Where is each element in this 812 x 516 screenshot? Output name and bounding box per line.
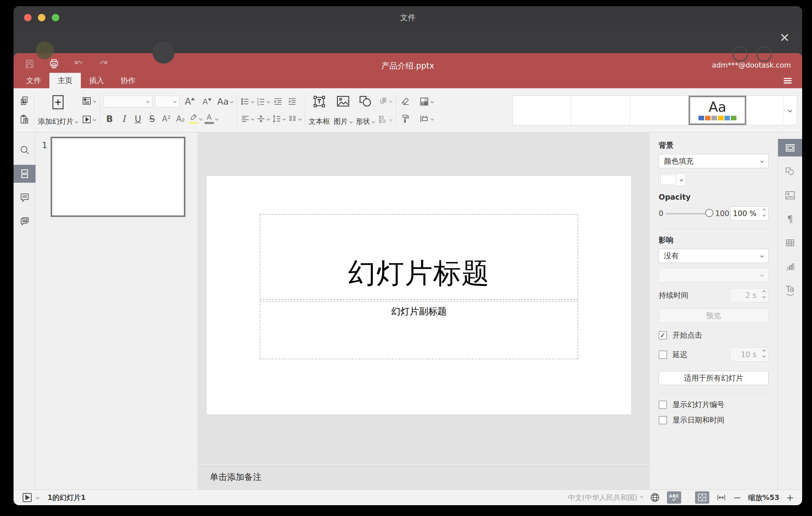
theme-option-selected[interactable]: Aa — [689, 96, 746, 125]
fit-to-slide-button[interactable] — [695, 491, 709, 504]
insert-image-button[interactable]: 图片 — [334, 94, 352, 126]
chat-button[interactable] — [13, 212, 35, 230]
font-size-combo[interactable] — [155, 96, 179, 107]
vertical-align-button[interactable] — [256, 112, 270, 125]
duration-spinner[interactable]: 2 s — [730, 288, 768, 303]
paragraph-settings-tab[interactable]: ¶ — [778, 210, 802, 228]
tab-collaboration[interactable]: 协作 — [112, 73, 144, 88]
effect-label: 影响 — [659, 235, 768, 245]
start-on-click-checkbox[interactable]: ✓ — [659, 331, 667, 340]
increase-indent-button[interactable] — [286, 95, 298, 108]
fit-to-width-button[interactable] — [716, 492, 727, 503]
add-slide-icon — [51, 95, 65, 110]
select-tool-button[interactable] — [400, 112, 411, 125]
slides-panel-button[interactable] — [13, 165, 35, 183]
strikethrough-button[interactable]: S — [146, 112, 158, 125]
add-slide-button[interactable]: 添加幻灯片 — [38, 94, 78, 126]
effect-select[interactable]: 没有 — [659, 249, 768, 263]
tab-insert[interactable]: 插入 — [81, 73, 112, 88]
notes-area[interactable]: 单击添加备注 — [198, 464, 649, 489]
slide-thumbnail[interactable] — [51, 137, 185, 217]
tab-home[interactable]: 主页 — [49, 73, 81, 88]
zoom-out-button[interactable]: − — [733, 493, 741, 503]
change-layout-button[interactable] — [82, 94, 96, 108]
image-settings-tab[interactable] — [778, 187, 802, 204]
background-color-picker[interactable] — [659, 173, 686, 186]
effect-type-select[interactable] — [659, 268, 768, 282]
minimize-window-light[interactable] — [38, 14, 45, 21]
redo-icon[interactable] — [98, 59, 109, 69]
font-color-bar — [205, 122, 214, 124]
opacity-spinner[interactable]: 100 % — [730, 206, 768, 221]
theme-option[interactable] — [571, 96, 630, 125]
bullets-button[interactable] — [241, 95, 254, 108]
opacity-slider-thumb[interactable] — [705, 209, 713, 217]
slideshow-options-chevron[interactable] — [36, 496, 39, 499]
underline-button[interactable]: U — [132, 112, 144, 125]
comments-button[interactable] — [13, 189, 35, 206]
undo-icon[interactable] — [74, 59, 84, 69]
line-spacing-button[interactable] — [272, 112, 285, 125]
start-slideshow-status-button[interactable] — [22, 492, 33, 503]
preview-button[interactable]: 预览 — [659, 309, 768, 323]
increase-font-button[interactable]: A — [182, 95, 194, 108]
insert-shape-button[interactable]: 形状 — [356, 94, 375, 126]
show-slide-number-checkbox[interactable] — [659, 401, 667, 409]
insert-textbox-button[interactable]: 文本框 — [309, 94, 330, 126]
close-window-light[interactable] — [24, 14, 31, 21]
numbering-button[interactable]: 123 — [256, 95, 270, 108]
zoom-in-button[interactable]: + — [786, 493, 794, 503]
opacity-row: 0 100 100 % — [659, 206, 768, 221]
show-date-time-checkbox[interactable] — [659, 416, 667, 424]
table-settings-tab[interactable] — [778, 234, 802, 252]
slide[interactable]: 幻灯片标题 幻灯片副标题 — [207, 176, 631, 414]
print-icon[interactable] — [49, 59, 59, 69]
delay-checkbox[interactable] — [659, 351, 667, 359]
spellcheck-button[interactable]: ABC — [667, 491, 681, 504]
shape-settings-tab[interactable] — [778, 163, 802, 180]
opacity-slider[interactable] — [666, 213, 712, 214]
tab-file[interactable]: 文件 — [18, 73, 49, 88]
font-color-button[interactable]: A — [205, 112, 218, 125]
zoom-window-light[interactable] — [52, 14, 59, 21]
italic-button[interactable]: I — [118, 112, 129, 125]
decrease-font-button[interactable]: A — [199, 95, 211, 108]
align-shape-button[interactable] — [378, 113, 392, 126]
subscript-button[interactable]: A₂ — [175, 112, 186, 125]
theme-gallery-expand-button[interactable] — [783, 96, 797, 125]
chart-settings-tab[interactable] — [778, 258, 802, 275]
background-fill-select[interactable]: 颜色填充 — [659, 154, 768, 168]
start-slideshow-button[interactable] — [82, 113, 96, 126]
clear-style-button[interactable] — [400, 95, 411, 108]
close-dialog-button[interactable]: ✕ — [779, 31, 790, 44]
shade-fill-button[interactable] — [419, 95, 433, 108]
decrease-indent-button[interactable] — [272, 95, 284, 108]
slide-size-button[interactable] — [419, 112, 433, 125]
columns-button[interactable] — [288, 112, 301, 125]
highlight-color-button[interactable] — [189, 112, 202, 125]
textart-settings-tab[interactable]: Ta — [778, 282, 802, 299]
paste-button[interactable] — [19, 113, 30, 126]
add-slide-label: 添加幻灯片 — [38, 117, 74, 126]
bold-button[interactable]: B — [104, 112, 115, 125]
arrange-shape-button[interactable] — [378, 94, 392, 108]
status-bar: 1的幻灯片1 中文(中华人民共和国) ABC — [13, 489, 802, 505]
delay-spinner[interactable]: 10 s — [730, 347, 768, 362]
subtitle-placeholder[interactable]: 幻灯片副标题 — [260, 301, 578, 359]
search-button[interactable] — [13, 141, 35, 159]
slide-settings-tab[interactable] — [778, 139, 802, 156]
change-case-button[interactable]: Aa — [217, 95, 233, 108]
copy-button[interactable] — [19, 94, 30, 108]
theme-option[interactable] — [630, 96, 689, 125]
horizontal-align-button[interactable] — [241, 112, 254, 125]
document-language-button[interactable] — [650, 492, 660, 503]
theme-option[interactable] — [746, 96, 783, 125]
theme-option[interactable] — [513, 96, 571, 125]
font-name-combo[interactable] — [104, 96, 152, 107]
save-icon[interactable] — [25, 59, 34, 69]
title-placeholder[interactable]: 幻灯片标题 — [260, 214, 578, 300]
language-selector[interactable]: 中文(中华人民共和国) — [568, 493, 643, 503]
apply-to-all-slides-button[interactable]: 适用于所有幻灯片 — [659, 371, 768, 385]
hamburger-menu-icon[interactable]: ≡ — [782, 74, 793, 86]
superscript-button[interactable]: A² — [161, 112, 172, 125]
